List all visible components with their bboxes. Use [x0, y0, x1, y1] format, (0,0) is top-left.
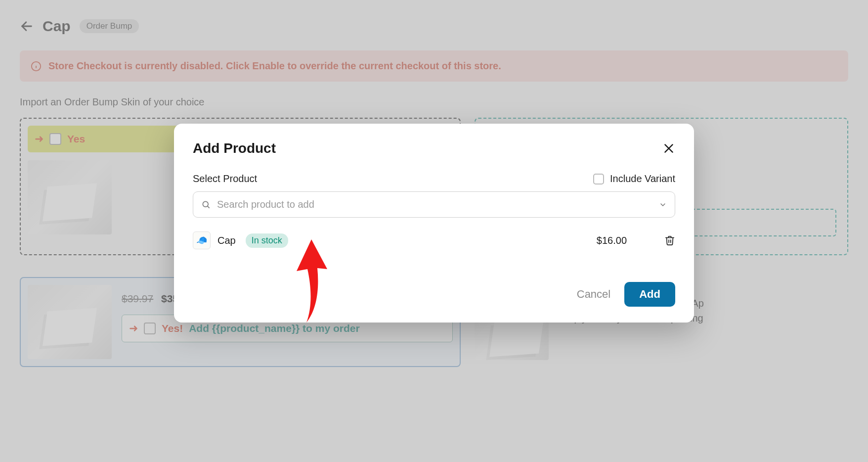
product-name: Cap — [217, 235, 236, 246]
modal-title: Add Product — [193, 140, 276, 156]
product-price: $16.00 — [597, 235, 627, 246]
modal-overlay: Add Product Select Product Include Varia… — [0, 0, 868, 462]
include-variant-wrap[interactable]: Include Variant — [593, 173, 675, 185]
product-row: 🧢 Cap In stock $16.00 — [193, 227, 675, 255]
trash-icon[interactable] — [664, 234, 675, 246]
select-product-label: Select Product — [193, 173, 257, 185]
chevron-down-icon[interactable] — [659, 201, 667, 209]
add-product-modal: Add Product Select Product Include Varia… — [174, 124, 694, 323]
include-variant-label: Include Variant — [610, 173, 675, 185]
modal-header: Add Product — [193, 140, 675, 156]
add-button[interactable]: Add — [624, 282, 675, 307]
product-search-box[interactable] — [193, 191, 675, 218]
close-icon[interactable] — [662, 142, 675, 155]
svg-line-7 — [208, 206, 210, 208]
search-input[interactable] — [217, 199, 653, 210]
modal-footer: Cancel Add — [193, 282, 675, 307]
include-variant-checkbox[interactable] — [593, 174, 604, 185]
product-thumb-icon: 🧢 — [193, 231, 211, 249]
select-row: Select Product Include Variant — [193, 173, 675, 185]
stock-badge: In stock — [246, 233, 288, 248]
svg-point-6 — [203, 201, 208, 207]
search-icon — [201, 200, 211, 210]
cancel-button[interactable]: Cancel — [577, 288, 610, 301]
